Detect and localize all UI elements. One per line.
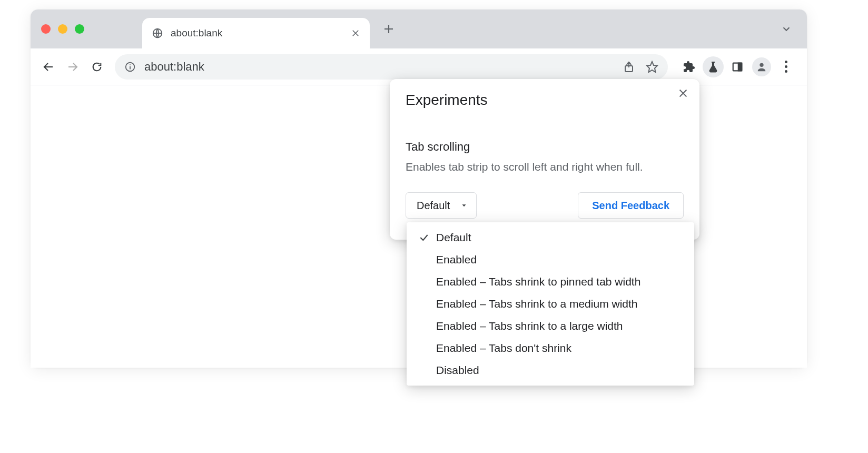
- svg-marker-11: [647, 62, 657, 72]
- dropdown-option[interactable]: Default: [407, 226, 694, 249]
- experiment-select-dropdown: DefaultEnabledEnabled – Tabs shrink to p…: [407, 222, 694, 386]
- dropdown-option-label: Enabled – Tabs shrink to a large width: [433, 320, 623, 332]
- popup-close-button[interactable]: [677, 87, 689, 99]
- info-icon: [124, 61, 136, 73]
- chrome-menu-button[interactable]: [775, 56, 796, 77]
- caret-down-icon: [460, 202, 468, 209]
- svg-rect-13: [738, 63, 742, 71]
- close-window-button[interactable]: [41, 24, 51, 34]
- dropdown-option[interactable]: Enabled – Tabs shrink to a large width: [407, 315, 694, 337]
- svg-point-9: [130, 64, 131, 65]
- dropdown-option[interactable]: Enabled – Tabs shrink to a medium width: [407, 293, 694, 315]
- dropdown-option[interactable]: Enabled – Tabs shrink to pinned tab widt…: [407, 271, 694, 293]
- svg-marker-17: [462, 205, 466, 207]
- forward-button[interactable]: [62, 56, 83, 77]
- experiment-description: Enables tab strip to scroll left and rig…: [406, 159, 684, 174]
- bookmark-star-icon[interactable]: [646, 61, 658, 73]
- dropdown-option-label: Enabled – Tabs don't shrink: [433, 342, 571, 354]
- share-icon[interactable]: [623, 61, 635, 73]
- side-panel-button[interactable]: [727, 56, 748, 77]
- minimize-window-button[interactable]: [58, 24, 67, 34]
- experiments-button[interactable]: [703, 56, 724, 77]
- tab-search-button[interactable]: [781, 23, 792, 35]
- dropdown-option[interactable]: Disabled: [407, 359, 694, 381]
- window-controls: [41, 24, 84, 34]
- experiments-popup: Experiments Tab scrolling Enables tab st…: [390, 79, 699, 240]
- dropdown-option-label: Enabled – Tabs shrink to a medium width: [433, 298, 638, 310]
- avatar-icon: [752, 57, 771, 76]
- new-tab-button[interactable]: [381, 22, 396, 36]
- profile-button[interactable]: [751, 56, 772, 77]
- browser-tab[interactable]: about:blank: [142, 18, 370, 48]
- extensions-button[interactable]: [678, 56, 699, 77]
- send-feedback-button[interactable]: Send Feedback: [578, 192, 684, 219]
- dropdown-option-label: Default: [433, 231, 471, 244]
- address-bar[interactable]: about:blank: [115, 54, 668, 80]
- address-bar-text: about:blank: [144, 60, 623, 74]
- select-value: Default: [417, 200, 450, 212]
- maximize-window-button[interactable]: [75, 24, 84, 34]
- dropdown-option-label: Disabled: [433, 364, 479, 377]
- dropdown-option-label: Enabled: [433, 253, 477, 266]
- reload-button[interactable]: [86, 56, 107, 77]
- kebab-icon: [785, 61, 787, 73]
- experiment-select[interactable]: Default: [406, 192, 477, 219]
- tab-title: about:blank: [171, 27, 351, 39]
- popup-title: Experiments: [406, 92, 684, 109]
- experiment-name: Tab scrolling: [406, 140, 684, 154]
- svg-point-14: [760, 63, 763, 66]
- dropdown-option[interactable]: Enabled: [407, 249, 694, 271]
- tab-strip: about:blank: [31, 9, 807, 48]
- globe-icon: [152, 27, 163, 39]
- close-tab-button[interactable]: [351, 28, 360, 38]
- check-icon: [415, 232, 433, 243]
- dropdown-option[interactable]: Enabled – Tabs don't shrink: [407, 337, 694, 359]
- back-button[interactable]: [38, 56, 59, 77]
- dropdown-option-label: Enabled – Tabs shrink to pinned tab widt…: [433, 275, 640, 288]
